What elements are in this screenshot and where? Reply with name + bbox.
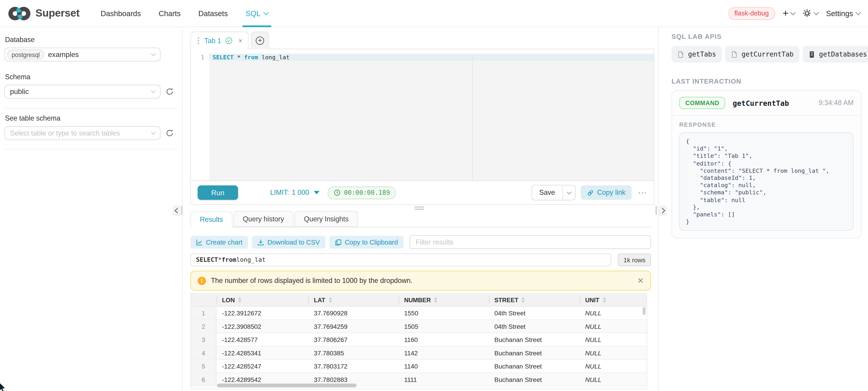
nav-item-sql[interactable]: SQL [237,0,277,27]
close-tab-icon[interactable]: × [239,37,243,45]
download-csv-label: Download to CSV [267,238,320,246]
grid-header: LON LAT NUMBER STREET UNIT [191,294,647,306]
settings-label: Settings [826,9,853,18]
dismiss-warning-icon[interactable]: ✕ [637,276,644,285]
database-label: Database [5,36,178,43]
editor-code-line[interactable]: SELECT * from long_lat [213,54,289,61]
sidebar-resize-grip[interactable] [181,206,183,215]
sort-icon[interactable] [434,297,438,303]
card-file-box-icon [808,51,815,58]
run-query-button[interactable]: Run [197,186,238,200]
copy-icon [335,239,341,246]
superset-logo[interactable]: Superset [8,6,80,21]
settings-menu[interactable]: Settings [826,9,860,18]
table-row[interactable]: 1 -122.3912672 37.7690928 1550 04th Stre… [191,306,647,320]
sql-keyword: from [244,54,258,60]
schema-label: Schema [5,73,178,81]
tab-query-history[interactable]: Query history [234,211,293,227]
column-header-number[interactable]: NUMBER [399,294,489,306]
cell-number: 1550 [399,306,489,319]
cell-unit: NULL [580,360,647,372]
cell-street: Buchanan Street [489,360,580,372]
cell-lat: 37.7806267 [308,333,399,346]
schema-select[interactable]: public [4,85,161,99]
column-header-lat[interactable]: LAT [308,294,399,306]
editor-tab-1[interactable]: Tab 1 × [190,32,249,49]
column-header-street[interactable]: STREET [489,294,580,306]
plus-circle-icon: + [256,37,265,45]
theme-toggle-button[interactable] [803,9,818,18]
tab-results[interactable]: Results [190,211,232,228]
schema-value: public [10,88,29,96]
new-item-button[interactable]: + [783,8,795,19]
cell-lat: 37.780385 [308,347,399,359]
chart-icon [196,239,203,246]
add-tab-button[interactable]: + [251,32,269,49]
copy-clipboard-button[interactable]: Copy to Clipboard [329,236,404,249]
table-row[interactable]: 5 -122.4285247 37.7803172 1140 Buchanan … [191,360,647,373]
drag-handle-icon[interactable] [197,40,199,41]
executed-query: SELECT * from long_lat [190,253,611,266]
get-tabs-button[interactable]: getTabs [672,46,722,62]
collapse-panel-button[interactable] [659,205,666,216]
nav-item-dashboards[interactable]: Dashboards [92,0,150,27]
copy-link-label: Copy link [597,189,625,196]
cell-street: Buchanan Street [489,333,580,346]
editor-toolbar: Run LIMIT: 1 000 00:00:00.189 Save [191,181,654,204]
table-row[interactable]: 3 -122.428577 37.7806267 1160 Buchanan S… [191,333,647,347]
row-count-badge: 1k rows [618,253,651,266]
create-chart-button[interactable]: Create chart [190,236,248,249]
sql-editor[interactable]: 1 SELECT * from long_lat [191,54,654,180]
collapse-sidebar-button[interactable] [173,205,181,216]
copy-link-button[interactable]: Copy link [581,186,631,200]
sort-icon[interactable] [238,297,242,303]
nav-item-charts[interactable]: Charts [150,0,189,27]
tab-query-insights[interactable]: Query Insights [294,211,358,227]
filter-results-input[interactable] [409,235,651,249]
nav-item-datasets[interactable]: Datasets [189,0,237,27]
chevron-down-icon [263,10,269,15]
sql-editor-panel: 1 SELECT * from long_lat Run LIMIT: 1 00… [190,49,654,205]
document-icon [731,51,738,58]
get-current-tab-button[interactable]: getCurrentTab [725,46,799,62]
warning-icon: ! [197,276,206,285]
cell-lon: -122.428577 [216,333,308,346]
table-schema-label: See table schema [5,115,178,122]
row-limit-warning: ! The number of rows displayed is limite… [190,271,651,291]
results-tab-bar: Results Query history Query Insights [190,211,651,228]
header-label: LON [222,297,235,303]
get-databases-button[interactable]: getDatabases [802,46,868,62]
sort-icon[interactable] [329,297,332,303]
limit-dropdown[interactable]: LIMIT: 1 000 [270,189,320,196]
print-margin [472,54,473,180]
cell-lat: 37.7694259 [308,320,399,333]
chevron-down-icon [856,10,861,15]
chevron-down-icon [566,189,571,194]
chevron-left-icon [175,208,180,213]
horizontal-scrollbar[interactable] [217,384,356,387]
refresh-tables-button[interactable] [165,129,174,137]
save-button[interactable]: Save [532,186,562,200]
response-label: RESPONSE [679,121,854,128]
editor-gutter: 1 [191,54,209,180]
database-select[interactable]: postgresql examples [4,48,161,62]
refresh-icon [165,88,174,96]
vertical-scrollbar[interactable] [643,307,645,315]
sql-text: * [234,54,244,60]
editor-resize-handle[interactable] [415,206,424,211]
column-header-unit[interactable]: UNIT [580,294,647,306]
sort-icon[interactable] [522,297,525,303]
table-select[interactable]: Select table or type to search tables [4,126,161,140]
panel-resize-grip[interactable] [655,206,657,215]
environment-badge: flask-debug [728,7,775,20]
sort-icon[interactable] [603,297,606,303]
column-header-lon[interactable]: LON [216,294,308,306]
refresh-schemas-button[interactable] [165,88,174,96]
nav-right: flask-debug + Settings [728,7,860,20]
more-actions-button[interactable]: ··· [638,189,647,197]
cell-number: 1160 [399,333,489,346]
table-row[interactable]: 2 -122.3908502 37.7694259 1505 04th Stre… [191,320,647,333]
table-row[interactable]: 4 -122.4285341 37.780385 1142 Buchanan S… [191,347,647,360]
download-csv-button[interactable]: Download to CSV [252,236,326,249]
save-options-button[interactable] [562,186,575,200]
